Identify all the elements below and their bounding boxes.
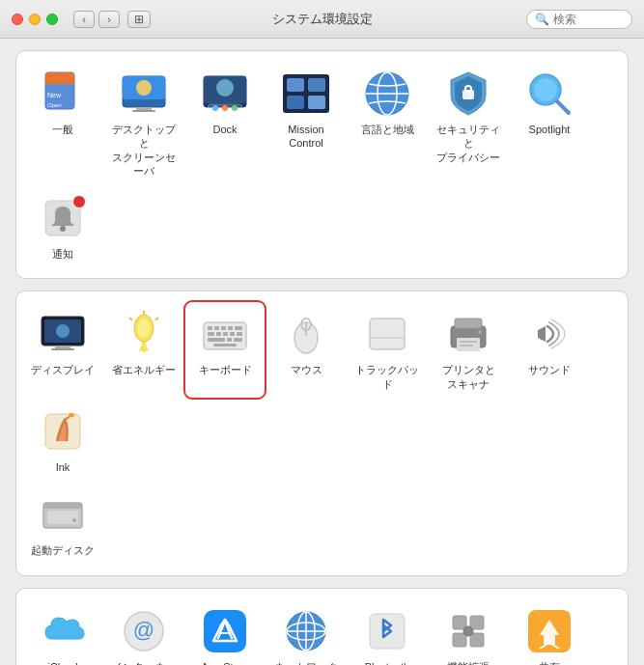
pref-startup[interactable]: 起動ディスク [24,484,101,563]
keyboard-label: キーボード [199,363,252,376]
window-controls [12,14,58,25]
display-icon [38,309,88,359]
svg-rect-20 [287,96,304,109]
pref-language[interactable]: 言語と地域 [349,63,426,183]
pref-trackpad[interactable]: トラックパッド [349,303,426,397]
forward-button[interactable]: › [98,11,120,28]
pref-internet[interactable]: @ インターネットアカウント [105,600,182,665]
svg-rect-52 [237,332,242,336]
svg-point-14 [212,105,218,111]
minimize-button[interactable] [29,14,41,25]
network-icon [281,606,331,656]
svg-point-28 [534,78,557,101]
pref-notification[interactable]: 通知 [24,187,101,266]
security-label: セキュリティとプライバシー [434,123,503,164]
svg-rect-93 [470,633,484,647]
svg-rect-43 [208,326,212,330]
svg-rect-72 [43,503,82,509]
maximize-button[interactable] [46,14,58,25]
svg-point-16 [232,105,238,111]
svg-rect-45 [221,326,226,330]
notification-icon [38,193,88,243]
search-input[interactable] [553,13,630,26]
svg-rect-56 [213,344,237,346]
svg-rect-91 [470,616,484,629]
sound-label: サウンド [528,363,571,376]
notification-label: 通知 [52,247,73,261]
svg-rect-50 [223,332,228,336]
svg-text:New: New [47,92,62,98]
icloud-label: iCloud [47,660,77,665]
pref-spotlight[interactable]: Spotlight [511,63,588,183]
display-label: ディスプレイ [31,363,95,376]
energy-label: 省エネルギー [112,363,176,376]
pref-energy[interactable]: 省エネルギー [105,303,182,397]
grid-view-button[interactable]: ⊞ [127,11,151,28]
svg-rect-63 [455,319,482,328]
dock-icon [200,69,250,119]
pref-mouse[interactable]: マウス [267,303,345,397]
internet-label: インターネットアカウント [109,660,179,665]
extensions-icon [443,606,493,656]
pref-printer[interactable]: プリンタとスキャナ [430,303,507,397]
appstore-label: App Store [202,660,249,665]
sharing-label: 共有 [539,660,560,665]
svg-rect-48 [208,332,214,336]
window-title: システム環境設定 [272,11,373,28]
section-hardware: ディスプレイ 省エネルギー [15,291,629,575]
svg-rect-34 [55,346,70,348]
appstore-icon: A [200,606,250,656]
pref-bluetooth[interactable]: Bluetooth [349,600,426,665]
startup-icon [38,489,88,540]
svg-rect-46 [228,326,233,330]
sound-icon [524,309,574,359]
svg-point-15 [222,105,228,111]
startup-label: 起動ディスク [31,543,95,557]
svg-rect-2 [45,82,74,84]
svg-rect-21 [308,96,325,109]
pref-keyboard[interactable]: キーボード [186,303,264,397]
pref-mission[interactable]: MissionControl [267,63,345,183]
pref-network[interactable]: ネットワーク [267,600,345,665]
svg-rect-53 [208,338,225,342]
svg-rect-19 [308,78,325,92]
pref-dock[interactable]: Dock [186,63,264,183]
spotlight-label: Spotlight [529,123,571,136]
back-button[interactable]: ‹ [73,11,95,28]
pref-sharing[interactable]: 共有 [511,600,588,665]
svg-text:@: @ [133,618,154,642]
svg-point-12 [216,79,234,97]
spotlight-icon [524,69,574,119]
pref-ippan[interactable]: New Open 一般 [24,63,101,183]
content-area: New Open 一般 デスクトップとスクリーンセーバ [0,39,644,665]
trackpad-icon [362,309,412,359]
svg-rect-47 [235,326,242,330]
pref-display[interactable]: ディスプレイ [24,303,101,397]
svg-rect-9 [132,110,155,112]
pref-appstore[interactable]: A App Store [186,600,264,665]
language-label: 言語と地域 [361,123,414,136]
pref-ink[interactable]: Ink [24,401,101,480]
mouse-icon [281,309,331,359]
pref-security[interactable]: セキュリティとプライバシー [430,63,507,183]
svg-point-94 [463,626,473,636]
svg-rect-60 [370,319,405,349]
mission-label: MissionControl [288,123,323,151]
svg-rect-49 [216,332,221,336]
svg-rect-92 [453,633,466,647]
search-box[interactable]: 🔍 [526,10,632,29]
pref-desktop[interactable]: デスクトップとスクリーンセーバ [105,63,182,183]
pref-extensions[interactable]: 機能拡張 [430,600,507,665]
pref-sound[interactable]: サウンド [511,303,588,397]
nav-buttons: ‹ › [73,11,120,28]
language-icon [362,69,412,119]
svg-rect-54 [227,338,232,342]
pref-icloud[interactable]: iCloud [24,600,101,665]
ippan-label: 一般 [52,123,73,136]
close-button[interactable] [12,14,23,25]
svg-rect-55 [234,338,242,342]
extensions-label: 機能拡張 [447,660,490,665]
ink-label: Ink [56,460,70,474]
svg-rect-44 [214,326,219,330]
mission-icon [281,69,331,119]
